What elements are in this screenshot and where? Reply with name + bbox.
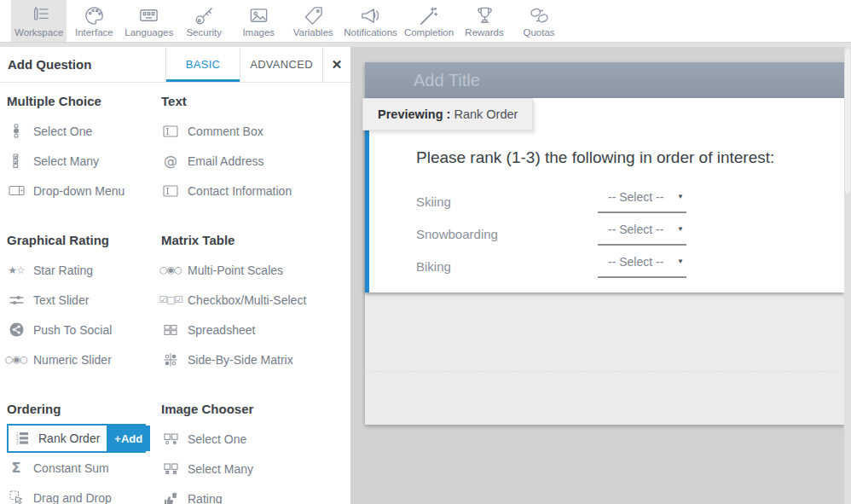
- qtype-text-slider[interactable]: Text Slider: [7, 285, 161, 315]
- question-preview-panel: Add Title Previewing : Rank Order Please…: [365, 62, 844, 425]
- qtype-select-many[interactable]: Select Many: [7, 146, 161, 176]
- toolbar-item-notifications[interactable]: Notifications: [340, 0, 401, 42]
- toolbar-item-rewards[interactable]: Rewards: [457, 0, 512, 42]
- qtype-push-to-social[interactable]: Push To Social: [7, 315, 161, 345]
- section-title: Multiple Choice: [7, 83, 161, 116]
- toolbar-item-completion[interactable]: Completion: [401, 0, 457, 42]
- star-rating-icon: ★☆: [7, 264, 26, 276]
- qtype-spreadsheet[interactable]: Spreadsheet: [161, 315, 350, 345]
- rank-order-icon: 1 2 3: [13, 432, 32, 445]
- previewing-value: Rank Order: [454, 107, 518, 121]
- toolbar-item-label: Security: [186, 27, 222, 38]
- row-label: Skiing: [416, 194, 598, 209]
- qtype-label: Select Many: [188, 462, 253, 476]
- qtype-label: Select One: [33, 125, 92, 138]
- security-icon: [194, 5, 215, 26]
- qtype-label: Multi-Point Scales: [188, 264, 283, 277]
- rank-select-snowboarding[interactable]: -- Select -- ▼: [598, 223, 686, 246]
- side-by-side-icon: [161, 353, 180, 367]
- add-title-bar[interactable]: Add Title: [365, 62, 844, 98]
- toolbar-item-images[interactable]: Images: [231, 0, 286, 42]
- section-title: Ordering: [7, 391, 161, 424]
- dropdown-menu-icon: [7, 185, 26, 196]
- qtype-multi-point-scales[interactable]: ○◉○ Multi-Point Scales: [161, 255, 350, 285]
- section-image-chooser: Image Chooser Select One: [161, 391, 350, 504]
- images-icon: [248, 5, 269, 26]
- radio-list-icon: [7, 124, 26, 138]
- completion-icon: [418, 5, 439, 26]
- qtype-contact-information[interactable]: Contact Information: [161, 176, 350, 206]
- rank-row-biking: Biking -- Select -- ▼: [369, 250, 844, 282]
- section-matrix-table: Matrix Table ○◉○ Multi-Point Scales ☑□☑ …: [161, 222, 350, 374]
- scale-dots-icon: ○◉○: [161, 264, 180, 275]
- qtype-numeric-slider[interactable]: ○◉○ Numeric Slider: [7, 345, 161, 374]
- sigma-icon: Σ: [7, 460, 26, 476]
- spreadsheet-icon: [161, 324, 180, 336]
- row-label: Biking: [416, 259, 598, 274]
- toolbar-item-label: Completion: [404, 27, 454, 38]
- add-button[interactable]: +Add: [107, 426, 150, 451]
- qtype-label: Email Address: [188, 154, 263, 168]
- qtype-rank-order[interactable]: 1 2 3 Rank Order +Add: [7, 424, 146, 453]
- qtype-select-one[interactable]: Select One: [7, 116, 161, 146]
- qtype-image-select-many[interactable]: Select Many: [161, 454, 350, 484]
- tab-advanced[interactable]: ADVANCED: [240, 47, 322, 82]
- toolbar-item-interface[interactable]: Interface: [67, 0, 121, 42]
- image-check-icon: [161, 463, 180, 475]
- close-icon[interactable]: ✕: [322, 47, 350, 82]
- slider-icon: [7, 294, 26, 306]
- toolbar-item-label: Languages: [124, 27, 173, 38]
- qtype-checkbox-multi-select[interactable]: ☑□☑ Checkbox/Multi-Select: [161, 285, 350, 315]
- qtype-comment-box[interactable]: Comment Box: [161, 116, 350, 146]
- toolbar-item-label: Quotas: [524, 27, 555, 38]
- question-preview-card: Previewing : Rank Order Please rank (1-3…: [365, 98, 844, 293]
- qtype-label: Text Slider: [33, 293, 89, 307]
- section-multiple-choice: Multiple Choice Select One: [7, 83, 161, 206]
- section-title: Image Chooser: [161, 391, 350, 424]
- toolbar-item-languages[interactable]: Languages: [121, 0, 177, 42]
- panel-header: Add Question BASIC ADVANCED ✕: [0, 47, 350, 83]
- toolbar-item-label: Interface: [75, 27, 113, 38]
- tab-basic[interactable]: BASIC: [165, 47, 240, 82]
- rank-select-biking[interactable]: -- Select -- ▼: [598, 255, 686, 278]
- panel-title: Add Question: [0, 47, 165, 82]
- qtype-side-by-side-matrix[interactable]: Side-By-Side Matrix: [161, 345, 350, 374]
- comment-box-icon: [161, 125, 180, 137]
- toolbar-item-quotas[interactable]: Quotas: [512, 0, 566, 42]
- add-question-panel: Add Question BASIC ADVANCED ✕ Multiple C…: [0, 47, 351, 504]
- vertical-scrollbar[interactable]: [844, 47, 851, 504]
- rank-select-skiing[interactable]: -- Select -- ▼: [598, 190, 686, 213]
- section-title: Graphical Rating: [7, 222, 161, 255]
- qtype-label: Spreadsheet: [188, 323, 255, 337]
- section-ordering: Ordering 1 2 3 Rank Order +Add Σ Constan…: [7, 391, 161, 504]
- qtype-label: Checkbox/Multi-Select: [188, 293, 306, 307]
- interface-icon: [84, 5, 105, 26]
- rewards-icon: [474, 5, 495, 26]
- qtype-label: Star Rating: [33, 264, 93, 277]
- qtype-constant-sum[interactable]: Σ Constant Sum: [7, 453, 161, 483]
- notifications-icon: [360, 5, 381, 26]
- section-text: Text Comment Box @ Email Address: [161, 83, 350, 206]
- thumbs-icon: [161, 492, 180, 504]
- toolbar-item-workspace[interactable]: Workspace: [11, 0, 67, 42]
- qtype-label: Drop-down Menu: [33, 184, 124, 198]
- row-label: Snowboarding: [416, 227, 598, 241]
- qtype-image-rating[interactable]: Rating: [161, 484, 350, 504]
- image-radio-icon: [161, 433, 180, 445]
- qtype-label: Rating: [188, 492, 222, 504]
- chevron-down-icon: ▼: [677, 225, 684, 233]
- toolbar-item-variables[interactable]: Variables: [286, 0, 340, 42]
- qtype-image-select-one[interactable]: Select One: [161, 424, 350, 454]
- toolbar-item-security[interactable]: Security: [177, 0, 231, 42]
- qtype-dropdown-menu[interactable]: Drop-down Menu: [7, 176, 161, 206]
- qtype-star-rating[interactable]: ★☆ Star Rating: [7, 255, 161, 285]
- chevron-down-icon: ▼: [677, 258, 684, 265]
- variables-icon: [303, 5, 324, 26]
- qtype-drag-and-drop[interactable]: Drag and Drop: [7, 483, 161, 504]
- qtype-email-address[interactable]: @ Email Address: [161, 146, 350, 176]
- previewing-badge: Previewing : Rank Order: [362, 98, 533, 130]
- panel-column-right: Text Comment Box @ Email Address: [161, 83, 350, 504]
- qtype-label: Rank Order: [38, 432, 100, 445]
- top-toolbar: Workspace Interface Languages Security: [0, 0, 851, 43]
- scrollbar-thumb[interactable]: [845, 49, 850, 194]
